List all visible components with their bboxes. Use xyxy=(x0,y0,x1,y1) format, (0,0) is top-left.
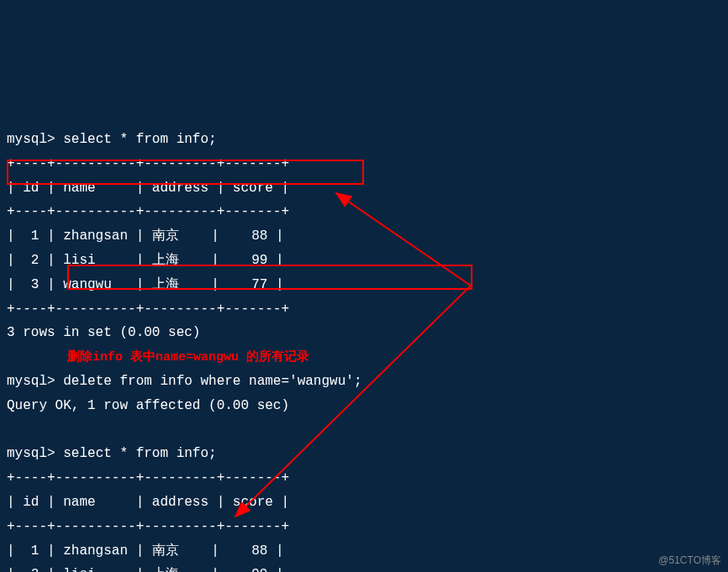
terminal-output: mysql> select * from info; +----+-------… xyxy=(7,103,721,572)
mysql-prompt: mysql> xyxy=(7,132,63,147)
table-separator: +----+----------+---------+-------+ xyxy=(7,204,289,219)
table-header: | id | name | address | score | xyxy=(7,181,289,196)
table-row: | 1 | zhangsan | 南京 | 88 | xyxy=(7,228,284,244)
table-row: | 1 | zhangsan | 南京 | 88 | xyxy=(7,543,284,559)
table-separator: +----+----------+---------+-------+ xyxy=(7,302,289,317)
mysql-prompt: mysql> xyxy=(7,446,63,461)
delete-result: Query OK, 1 row affected (0.00 sec) xyxy=(7,398,289,413)
table-separator: +----+----------+---------+-------+ xyxy=(7,519,289,534)
watermark-text: @51CTO博客 xyxy=(658,552,721,570)
sql-select-query-2: select * from info; xyxy=(63,446,216,461)
mysql-prompt: mysql> xyxy=(7,374,63,389)
table-header: | id | name | address | score | xyxy=(7,495,289,510)
table-separator: +----+----------+---------+-------+ xyxy=(7,156,289,171)
table-row: | 2 | lisi | 上海 | 99 | xyxy=(7,567,284,572)
query-summary: 3 rows in set (0.00 sec) xyxy=(7,325,200,340)
sql-delete-query: delete from info where name='wangwu'; xyxy=(63,374,361,389)
sql-select-query-1: select * from info; xyxy=(63,132,216,147)
table-separator: +----+----------+---------+-------+ xyxy=(7,470,289,485)
table-row: | 2 | lisi | 上海 | 99 | xyxy=(7,253,284,268)
table-row: | 3 | wangwu | 上海 | 77 | xyxy=(7,277,284,292)
annotation-text: 删除info 表中name=wangwu 的所有记录 xyxy=(7,350,309,365)
